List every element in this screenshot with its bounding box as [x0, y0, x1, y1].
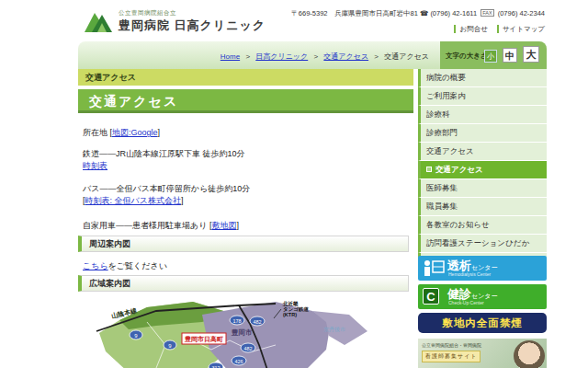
font-size-control: 文字の大きさ 小 中 大: [440, 41, 547, 69]
section-heading-nearby: 周辺案内図: [78, 236, 409, 252]
fax-number: (0796) 42-2344: [498, 9, 545, 17]
breadcrumb-clinic-link[interactable]: 日高クリニック: [255, 52, 308, 61]
sidebar-menu: 病院の概要 ご利用案内 診療科 診療部門 交通アクセス 交通アクセス 医師募集 …: [418, 69, 547, 271]
site-header: 公立豊岡病院組合立 豊岡病院 日高クリニック 〒669-5392 兵庫県豊岡市日…: [78, 0, 547, 41]
ktr-label-3: (KTR): [283, 312, 297, 317]
dialysis-title-main: 透析: [447, 259, 471, 272]
route-shield: 482: [243, 346, 252, 351]
phone-icon: ☎: [420, 9, 428, 17]
breadcrumb-separator: >: [374, 52, 379, 61]
rail-timetable-line: 時刻表: [83, 160, 107, 172]
sidebar-item-label: 交通アクセス: [426, 146, 474, 155]
sidebar-item-visiting-nurse-station[interactable]: 訪問看護ステーションひだか: [418, 235, 547, 253]
location-line: 所在地 [地図:Google]: [83, 127, 160, 139]
section-heading-wide: 広域案内図: [78, 275, 409, 292]
sidebar-item-class-news[interactable]: 各教室のお知らせ: [418, 216, 547, 235]
checkup-c-icon: C: [423, 288, 439, 305]
organization-name: 公立豊岡病院組合立: [119, 9, 176, 17]
route-shield: 312: [211, 365, 220, 368]
checkup-title-main: 健診: [447, 287, 471, 301]
nearby-suffix: をご覧ください: [108, 261, 167, 270]
location-text-close: ]: [158, 128, 161, 137]
checkup-center-banner[interactable]: C 健診センター Check-Up Center: [418, 284, 547, 309]
wide-area-map: 山陰本線 北近畿 タンゴ鉄道 (KTR) 9 9 178 482 482 426…: [92, 294, 404, 368]
no-smoking-banner: 敷地内全面禁煙: [418, 313, 547, 333]
contact-link[interactable]: お問合せ: [454, 25, 487, 33]
sidebar-item-access[interactable]: 交通アクセス: [418, 143, 547, 161]
breadcrumb-current: 交通アクセス: [384, 52, 429, 61]
postal-address: 〒669-5392 兵庫県豊岡市日高町岩中81: [291, 9, 418, 17]
rail-timetable-link[interactable]: 時刻表: [83, 161, 107, 170]
rail-line: 鉄道――JR山陰本線江原駅下車 徒歩約10分: [83, 148, 245, 160]
kyotango-city-label: 京丹後市: [323, 326, 345, 332]
header-links: お問合せ サイトマップ: [291, 25, 545, 34]
page-title-strip: 交通アクセス: [78, 69, 413, 86]
active-item-bullet-icon: [426, 167, 432, 172]
dialysis-icon: [422, 259, 446, 277]
header-address-line: 〒669-5392 兵庫県豊岡市日高町岩中81 ☎ (0796) 42-1611…: [291, 9, 545, 18]
location-text: 所在地 [: [83, 128, 112, 137]
phone-number: (0796) 42-1611: [430, 9, 477, 17]
hospital-logo-icon: [84, 7, 113, 35]
site-container: 公立豊岡病院組合立 豊岡病院 日高クリニック 〒669-5392 兵庫県豊岡市日…: [78, 0, 547, 368]
breadcrumb-access-link[interactable]: 交通アクセス: [323, 52, 368, 61]
font-size-large-button[interactable]: 大: [523, 46, 539, 63]
breadcrumb-separator: >: [245, 52, 250, 61]
sidebar-item-label: ご利用案内: [426, 91, 466, 100]
font-size-medium-button[interactable]: 中: [503, 48, 517, 63]
sidebar-item-label: 医師募集: [426, 183, 458, 192]
header-contact-block: 〒669-5392 兵庫県豊岡市日高町岩中81 ☎ (0796) 42-1611…: [291, 9, 545, 34]
nearby-link-line: こちらをご覧ください: [83, 260, 167, 272]
dialysis-subtitle: Hemodialysis Center: [448, 271, 491, 277]
nurse-banner-badge: 看護師募集サイト: [422, 351, 481, 362]
route-shield: 482: [253, 319, 261, 325]
fax-icon: FAX: [481, 9, 493, 17]
bus-timetable-line: [時刻表: 全但バス株式会社]: [83, 195, 183, 207]
clinic-area-label: 豊岡市日高町: [184, 335, 223, 343]
page-heading: 交通アクセス: [78, 89, 413, 113]
google-map-link[interactable]: 地図:Google: [112, 128, 158, 137]
nav-bar: Home > 日高クリニック > 交通アクセス > 交通アクセス 文字の大きさ …: [78, 41, 547, 69]
font-size-small-button[interactable]: 小: [484, 50, 497, 63]
sidebar-item-doctor-recruit[interactable]: 医師募集: [418, 179, 547, 198]
font-size-label: 文字の大きさ: [446, 52, 488, 61]
nurse-photo: [514, 340, 545, 368]
sidebar-item-access-active[interactable]: 交通アクセス: [418, 161, 547, 179]
bracket: ]: [181, 196, 184, 205]
site-map-link[interactable]: 敷地図: [211, 221, 236, 230]
bus-line: バス――全但バス本町停留所から徒歩約10分: [83, 183, 250, 195]
breadcrumb-home-link[interactable]: Home: [220, 52, 240, 61]
wide-area-map-image: 山陰本線 北近畿 タンゴ鉄道 (KTR) 9 9 178 482 482 426…: [92, 294, 404, 368]
bracket: ]: [236, 221, 239, 230]
checkup-title-suffix: センター: [471, 293, 498, 299]
sidebar-item-label: 診療科: [426, 109, 450, 119]
site-title: 豊岡病院 日高クリニック: [119, 17, 266, 34]
sidebar-item-label: 訪問看護ステーションひだか: [426, 238, 529, 247]
toyooka-city-label: 豊岡市: [231, 328, 253, 337]
nurse-recruit-banner[interactable]: 公立豊岡病院組合・豊岡病院 看護師募集サイト: [418, 339, 547, 368]
dialysis-title-suffix: センター: [471, 264, 498, 270]
sitemap-link[interactable]: サイトマップ: [497, 25, 545, 33]
dialysis-center-banner[interactable]: 透析センター Hemodialysis Center: [418, 256, 547, 281]
sidebar-item-hospital-overview[interactable]: 病院の概要: [418, 69, 547, 87]
checkup-subtitle: Check-Up Center: [448, 300, 484, 305]
route-shield: 426: [234, 359, 243, 364]
sidebar-item-departments[interactable]: 診療科: [418, 106, 547, 124]
breadcrumb: Home > 日高クリニック > 交通アクセス > 交通アクセス: [220, 52, 429, 62]
kochira-link[interactable]: こちら: [83, 261, 108, 270]
sidebar-item-label: 病院の概要: [426, 73, 466, 82]
sidebar-item-medical-divisions[interactable]: 診療部門: [418, 124, 547, 143]
route-shield: 178: [232, 318, 241, 324]
sidebar-item-label: 交通アクセス: [435, 165, 483, 174]
sidebar-item-label: 各教室のお知らせ: [426, 220, 490, 229]
sidebar-item-label: 診療部門: [426, 128, 458, 137]
car-line: 自家用車――患者様用駐車場あり [敷地図]: [83, 220, 239, 232]
sidebar-item-staff-recruit[interactable]: 職員募集: [418, 198, 547, 216]
sidebar-item-label: 職員募集: [426, 201, 458, 211]
sidebar-item-user-guide[interactable]: ご利用案内: [418, 87, 547, 106]
car-text: 自家用車――患者様用駐車場あり: [83, 221, 209, 230]
breadcrumb-separator: >: [313, 52, 318, 61]
bus-timetable-link[interactable]: 時刻表: 全但バス株式会社: [85, 196, 181, 205]
nurse-banner-org: 公立豊岡病院組合・豊岡病院: [422, 342, 481, 348]
